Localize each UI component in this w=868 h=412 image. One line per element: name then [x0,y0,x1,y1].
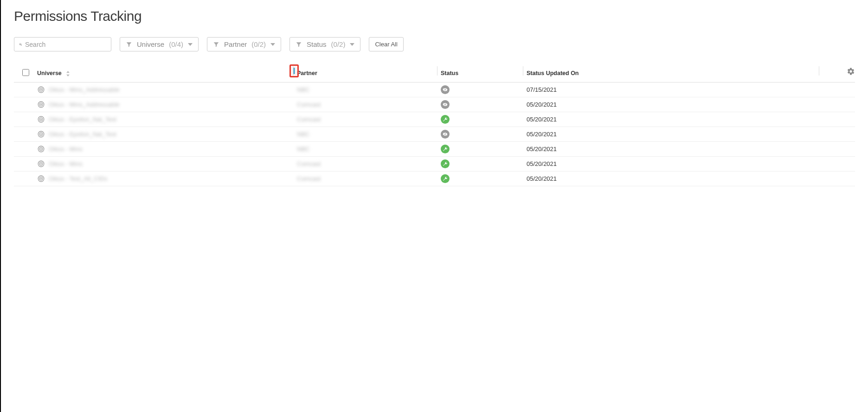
target-icon [37,145,45,153]
filter-partner-count: (0/2) [251,40,266,48]
search-box[interactable] [14,37,111,51]
status-available-icon [441,174,450,183]
universe-name: Oikos - Epsilon_Nat_Test [49,131,116,138]
target-icon [37,175,45,183]
column-header-universe-label: Universe [37,70,62,76]
status-updated-date: 05/20/2021 [527,171,823,186]
column-header-status-label: Status [441,70,458,76]
partner-name: Comcast [297,160,321,167]
filter-status[interactable]: Status (0/2) [289,37,360,51]
status-updated-date: 05/20/2021 [527,142,823,157]
table-row[interactable]: Oikos - Test_All_CIDsComcast05/20/2021 [14,171,855,186]
select-all-checkbox[interactable] [22,69,29,76]
partner-name: NBC [297,146,309,152]
column-resize-highlight[interactable] [289,64,299,77]
filter-status-label: Status [307,40,327,48]
clear-all-button[interactable]: Clear All [369,37,403,51]
search-input[interactable] [25,41,106,48]
status-unavailable-icon [441,100,450,109]
funnel-icon [213,41,219,48]
table-row[interactable]: Oikos - Mms_AddressableComcast05/20/2021 [14,97,855,112]
sort-icon [66,71,70,76]
filter-universe-label: Universe [137,40,164,48]
partner-name: NBC [297,86,309,93]
status-updated-date: 05/20/2021 [527,157,823,171]
caret-down-icon [188,42,193,47]
partner-name: Comcast [297,101,321,108]
universe-name: Oikos - Mms_Addressable [49,101,119,108]
partner-name: Comcast [297,116,321,123]
universe-name: Oikos - Mms [49,160,83,167]
filter-universe-count: (0/4) [169,40,183,48]
status-updated-date: 05/20/2021 [527,97,823,112]
status-available-icon [441,145,450,153]
target-icon [37,130,45,138]
target-icon [37,115,45,123]
funnel-icon [126,41,132,48]
toolbar: Universe (0/4) Partner (0/2) Status (0/2… [14,37,855,51]
column-header-updated[interactable]: Status Updated On [527,65,823,82]
universe-name: Oikos - Mms_Addressable [49,86,119,93]
target-icon [37,86,45,94]
target-icon [37,160,45,168]
status-available-icon [441,115,450,124]
universe-name: Oikos - Mms [49,146,83,152]
filter-status-count: (0/2) [331,40,346,48]
status-unavailable-icon [441,85,450,94]
filter-universe[interactable]: Universe (0/4) [120,37,199,51]
status-available-icon [441,159,450,168]
permissions-table: Universe Partner Status Status Up [14,65,855,186]
column-header-partner[interactable]: Partner [297,65,441,82]
caret-down-icon [350,42,354,47]
filter-partner-label: Partner [224,40,247,48]
status-updated-date: 05/20/2021 [527,127,823,142]
target-icon [37,101,45,108]
search-icon [19,41,22,48]
column-header-partner-label: Partner [297,70,317,76]
funnel-icon [296,41,302,48]
column-header-universe[interactable]: Universe [37,65,297,82]
filter-partner[interactable]: Partner (0/2) [207,37,281,51]
table-row[interactable]: Oikos - Mms_AddressableNBC07/15/2021 [14,82,855,97]
table-row[interactable]: Oikos - Epsilon_Nat_TestNBC05/20/2021 [14,127,855,142]
partner-name: NBC [297,131,309,138]
column-header-status[interactable]: Status [441,65,527,82]
status-updated-date: 07/15/2021 [527,82,823,97]
universe-name: Oikos - Test_All_CIDs [49,175,107,182]
page-title: Permissions Tracking [14,8,855,24]
status-updated-date: 05/20/2021 [527,112,823,127]
column-header-updated-label: Status Updated On [527,70,579,76]
partner-name: Comcast [297,175,321,182]
table-row[interactable]: Oikos - MmsComcast05/20/2021 [14,157,855,171]
table-row[interactable]: Oikos - Epsilon_Nat_TestComcast05/20/202… [14,112,855,127]
table-row[interactable]: Oikos - MmsNBC05/20/2021 [14,142,855,157]
caret-down-icon [270,42,275,47]
universe-name: Oikos - Epsilon_Nat_Test [49,116,116,123]
status-unavailable-icon [441,130,450,139]
